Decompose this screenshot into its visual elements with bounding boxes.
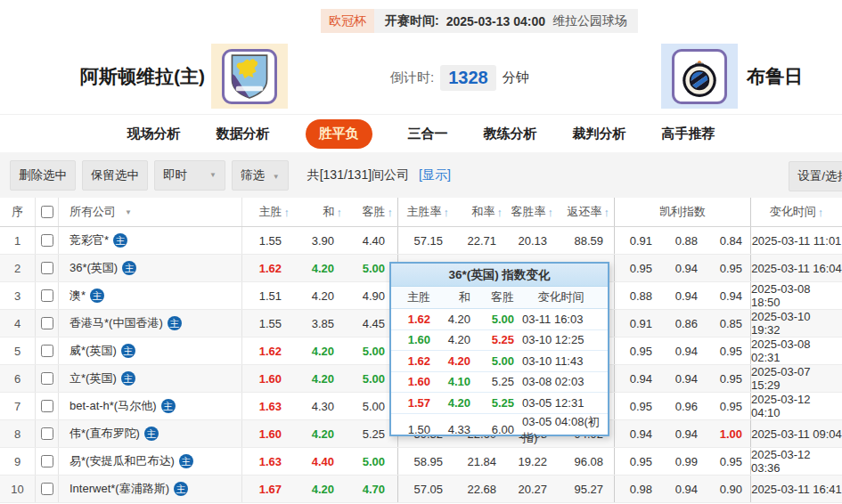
away-team-name: 布鲁日 xyxy=(747,64,803,89)
odds-value: 4.20 xyxy=(294,255,347,281)
odds-value: 1.67 xyxy=(242,476,294,502)
row-checkbox[interactable] xyxy=(41,345,53,357)
keep-selected-button[interactable]: 保留选中 xyxy=(82,160,148,191)
home-indicator-icon: 主 xyxy=(90,289,104,303)
row-checkbox[interactable] xyxy=(41,289,53,302)
sort-arrow-icon: ↑ xyxy=(548,206,554,219)
company-label: 竞彩官* xyxy=(69,232,109,248)
row-checkbox[interactable] xyxy=(41,455,53,467)
row-checkbox[interactable] xyxy=(41,262,53,274)
odds-value: 4.30 xyxy=(294,393,347,419)
company-name[interactable]: 香港马*(中国香港)主 xyxy=(59,310,242,337)
show-link[interactable]: [显示] xyxy=(419,167,451,183)
rate-value: 22.71 xyxy=(454,227,507,254)
odds-value: 1.63 xyxy=(242,448,294,475)
odds-value: 1.60 xyxy=(242,365,294,392)
select-all-checkbox[interactable] xyxy=(41,206,53,218)
popup-odds-value: 1.57 xyxy=(391,396,430,410)
popup-col-header: 和 xyxy=(430,289,470,305)
row-checkbox[interactable] xyxy=(41,234,53,247)
kelly-value: 0.94 xyxy=(706,282,751,309)
sort-arrow-icon: ↑ xyxy=(388,206,394,219)
change-time: 2025-03-12 03:36 xyxy=(751,448,842,475)
col-change-time[interactable]: 变化时间↑ xyxy=(751,198,842,226)
sort-arrow-icon: ↑ xyxy=(444,206,450,219)
odds-page: 欧冠杯 开赛时间: 2025-03-13 04:00 维拉公园球场 阿斯顿维拉(… xyxy=(0,0,842,504)
company-name[interactable]: 立*(英国)主 xyxy=(59,365,242,392)
rate-value: 57.05 xyxy=(398,476,454,502)
company-name[interactable]: 威*(英国)主 xyxy=(59,337,242,364)
kelly-value: 0.94 xyxy=(615,365,660,392)
company-name[interactable]: 竞彩官*主 xyxy=(59,227,242,254)
company-name[interactable]: bet-at-h*(马尔他)主 xyxy=(59,393,242,419)
tab-win-draw-lose[interactable]: 胜平负 xyxy=(306,119,372,149)
popup-row: 1.574.205.2503-05 12:31 xyxy=(391,393,608,414)
chevron-down-icon: ▼ xyxy=(209,171,217,179)
change-time: 2025-03-08 02:31 xyxy=(751,337,842,364)
row-checkbox[interactable] xyxy=(41,483,53,495)
col-company[interactable]: 所有公司 ▼ xyxy=(59,198,242,226)
col-draw[interactable]: 和↑ xyxy=(294,198,347,226)
popup-odds-value: 5.25 xyxy=(470,333,514,346)
delete-selected-button[interactable]: 删除选中 xyxy=(10,160,76,191)
filter-label: 筛选 xyxy=(241,168,265,182)
popup-odds-value: 4.20 xyxy=(430,354,470,368)
row-index: 1 xyxy=(0,227,36,254)
tab-coach-analysis[interactable]: 教练分析 xyxy=(484,119,537,149)
table-row: 1竞彩官*主1.553.904.4057.1522.7120.1388.590.… xyxy=(0,227,842,255)
kelly-value: 0.91 xyxy=(615,227,660,254)
row-index: 7 xyxy=(0,393,36,419)
company-name[interactable]: 澳*主 xyxy=(59,282,242,309)
odds-value: 1.51 xyxy=(242,282,294,309)
odds-value: 1.62 xyxy=(242,337,294,364)
settings-button[interactable]: 设置/选择 xyxy=(789,161,842,191)
checkbox-cell xyxy=(36,337,59,364)
col-payout-rate[interactable]: 返还率↑ xyxy=(558,198,615,226)
change-time: 2025-03-11 11:01 xyxy=(751,227,842,254)
company-name[interactable]: 伟*(直布罗陀)主 xyxy=(59,420,242,447)
kelly-value: 0.95 xyxy=(706,337,751,364)
col-away-rate[interactable]: 客胜率↑ xyxy=(507,198,558,226)
popup-row: 1.504.336.0003-05 04:08(初指) xyxy=(391,414,608,435)
tab-live-analysis[interactable]: 现场分析 xyxy=(127,119,181,149)
company-name[interactable]: 36*(英国)主 xyxy=(59,255,242,281)
tab-referee-analysis[interactable]: 裁判分析 xyxy=(573,119,626,149)
time-filter-dropdown[interactable]: 即时 ▼ xyxy=(154,160,225,191)
odds-value: 1.55 xyxy=(242,227,294,254)
company-name[interactable]: 易*(安提瓜和巴布达)主 xyxy=(59,448,242,475)
col-away-win[interactable]: 客胜↑ xyxy=(347,198,398,226)
tab-data-analysis[interactable]: 数据分析 xyxy=(217,119,270,149)
kelly-value: 0.95 xyxy=(706,255,751,281)
row-checkbox[interactable] xyxy=(41,317,53,329)
company-name[interactable]: Interwet*(塞浦路斯)主 xyxy=(59,476,242,502)
col-home-rate[interactable]: 主胜率↑ xyxy=(398,198,454,226)
odds-value: 4.20 xyxy=(294,365,347,392)
popup-title: 36*(英国) 指数变化 xyxy=(391,264,608,287)
odds-value: 4.40 xyxy=(347,227,398,254)
row-checkbox[interactable] xyxy=(41,372,53,385)
popup-odds-value: 4.10 xyxy=(430,375,470,388)
league-badge: 欧冠杯 xyxy=(321,9,374,33)
tab-expert-picks[interactable]: 高手推荐 xyxy=(662,119,715,149)
tab-three-in-one[interactable]: 三合一 xyxy=(408,119,448,149)
kelly-value: 0.88 xyxy=(660,227,706,254)
popup-change-time: 03-08 02:03 xyxy=(514,375,608,388)
countdown-unit: 分钟 xyxy=(503,69,529,86)
popup-row: 1.624.205.0003-11 16:03 xyxy=(391,309,608,330)
row-index: 6 xyxy=(0,365,36,392)
company-label: 香港马*(中国香港) xyxy=(69,315,163,331)
home-indicator-icon: 主 xyxy=(174,482,188,496)
kelly-value: 0.95 xyxy=(615,393,660,419)
row-checkbox[interactable] xyxy=(41,400,53,412)
col-home-win[interactable]: 主胜↑ xyxy=(242,198,294,226)
odds-value: 4.20 xyxy=(294,476,347,502)
row-checkbox[interactable] xyxy=(41,427,53,440)
aston-villa-crest-icon xyxy=(230,54,269,99)
change-time: 2025-03-08 18:50 xyxy=(751,282,842,309)
company-label: 立*(英国) xyxy=(69,370,117,386)
col-draw-rate[interactable]: 和率↑ xyxy=(454,198,507,226)
change-time: 2025-03-11 09:04 xyxy=(751,420,842,447)
row-index: 9 xyxy=(0,448,36,475)
popup-change-time: 03-10 11:43 xyxy=(514,354,608,368)
filter-dropdown[interactable]: 筛选 ▼ xyxy=(232,160,289,191)
